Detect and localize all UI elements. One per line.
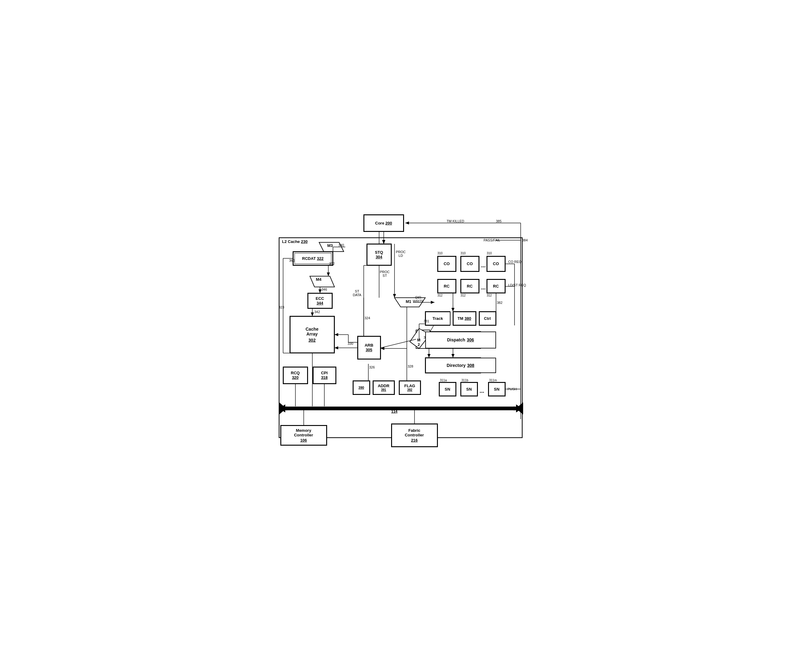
rc3-num: 312 — [487, 294, 492, 297]
ref346-label: 346 — [322, 287, 327, 291]
flag-box: FLAG 392 — [399, 381, 421, 395]
flag-num: 392 — [407, 388, 412, 391]
ref328-label: 328 — [408, 364, 413, 368]
core-label: Core — [375, 221, 384, 225]
sn3-box: SN — [488, 382, 505, 396]
tm-label: TM — [458, 316, 463, 321]
entry390-box: 390 — [353, 381, 370, 395]
sn2-label: SN — [466, 387, 472, 391]
m1-label: M1 — [406, 299, 412, 304]
rc2-label: RC — [467, 284, 473, 289]
svg-marker-67 — [428, 354, 431, 358]
svg-marker-92 — [311, 313, 314, 316]
directory-num: 308 — [467, 363, 474, 368]
tm-num: 380 — [465, 316, 471, 321]
sn1-label: SN — [445, 387, 450, 391]
push-label: PUSH — [508, 387, 517, 391]
svg-marker-90 — [318, 289, 322, 293]
co3-label: CO — [493, 261, 499, 266]
svg-rect-39 — [283, 407, 518, 410]
directory-label: Directory — [447, 363, 466, 368]
cpi-label: CPI — [321, 370, 328, 375]
entry390-num: 390 — [359, 386, 364, 389]
dispatch-label: Dispatch — [447, 337, 465, 342]
stq-num: 304 — [376, 255, 383, 259]
svg-marker-63 — [335, 333, 338, 336]
rcq-box: RCQ 320 — [283, 367, 308, 384]
bus114-label: 114 — [391, 409, 397, 414]
svg-line-68 — [381, 339, 416, 348]
arb-num: 305 — [365, 348, 372, 352]
addr-num: 391 — [381, 388, 386, 391]
ctrl-box: Ctrl — [479, 311, 496, 326]
track-box: Track — [425, 311, 450, 326]
rcdat-label: RCDAT — [302, 256, 316, 261]
co2-label: CO — [467, 261, 473, 266]
sn2-box: SN — [461, 382, 478, 396]
ctrl-label: Ctrl — [484, 316, 491, 321]
core-num: 200 — [385, 221, 392, 225]
diagram: Core 200 L2 Cache 230 STQ 304 RCDAT 322 … — [262, 210, 539, 462]
rc2-num: 312 — [461, 294, 466, 297]
sn3-num: 311m — [489, 379, 497, 382]
svg-marker-70 — [452, 354, 455, 358]
rc1-label: RC — [444, 284, 450, 289]
ecc-label: ECC — [316, 296, 324, 301]
svg-marker-44 — [405, 221, 409, 225]
m2-label: M2 — [417, 338, 421, 347]
rcdat-num: 322 — [317, 256, 324, 261]
ref324-label: 324 — [365, 316, 370, 320]
svg-marker-30 — [310, 276, 335, 287]
ref326-label: 326 — [369, 366, 375, 369]
ref384-label: 384 — [522, 238, 528, 242]
ref382-label: 382 — [497, 301, 502, 305]
arb-box: ARB 305 — [357, 336, 381, 359]
directory-box: Directory 308 — [425, 358, 496, 373]
sn1-num: 311a — [440, 379, 447, 382]
sn1-box: SN — [439, 382, 456, 396]
svg-marker-57 — [381, 347, 384, 350]
cache-array-box: CacheArray 302 — [290, 316, 335, 353]
svg-marker-35 — [283, 406, 287, 411]
co1-box: CO — [437, 256, 456, 271]
fabric-controller-box: FabricController 216 — [391, 424, 437, 447]
ref362-label: 362 — [329, 262, 335, 265]
rc1-num: 312 — [437, 294, 443, 297]
dispatch-box: Dispatch 306 — [425, 332, 496, 348]
memory-controller-num: 106 — [300, 438, 307, 443]
cpi-box: CPI 318 — [313, 367, 336, 384]
svg-marker-38 — [516, 404, 522, 412]
svg-marker-102 — [452, 308, 455, 311]
co3-num: 310 — [487, 252, 492, 255]
sn3-label: SN — [494, 387, 499, 391]
dispatch-num: 306 — [467, 337, 474, 342]
co1-label: CO — [444, 261, 450, 266]
memory-controller-box: MemoryController 106 — [281, 425, 327, 445]
st-data-label: STDATA — [353, 289, 362, 297]
track-label: Track — [433, 316, 443, 321]
co1-num: 310 — [437, 252, 443, 255]
stq-label: STQ — [375, 250, 383, 255]
rc1-box: RC — [437, 279, 456, 293]
memory-controller-label: MemoryController — [294, 428, 313, 437]
co-req-label: CO REQ — [508, 260, 521, 263]
svg-marker-54 — [431, 301, 434, 304]
ref330-label: 330 — [348, 342, 353, 345]
addr-box: ADDR 391 — [373, 381, 394, 395]
ecc-box: ECC 344 — [308, 293, 332, 308]
cpi-num: 318 — [321, 375, 328, 380]
addr-label: ADDR — [378, 383, 389, 388]
ref342-label: 342 — [315, 310, 320, 314]
rc3-label: RC — [493, 284, 499, 289]
ld-st-req-label: LD/ST REQ — [508, 283, 526, 287]
arb-label: ARB — [365, 343, 373, 348]
stq-box: STQ 304 — [367, 244, 391, 265]
ref385-label: 385 — [496, 219, 502, 223]
svg-marker-59 — [335, 346, 338, 350]
rcq-label: RCQ — [291, 370, 300, 375]
tm-box: TM 380 — [453, 311, 476, 326]
rc3-box: RC — [487, 279, 505, 293]
ref340-label: 340 — [338, 243, 344, 247]
rcq-num: 320 — [292, 375, 299, 380]
ref360-label: 360 — [289, 259, 295, 262]
